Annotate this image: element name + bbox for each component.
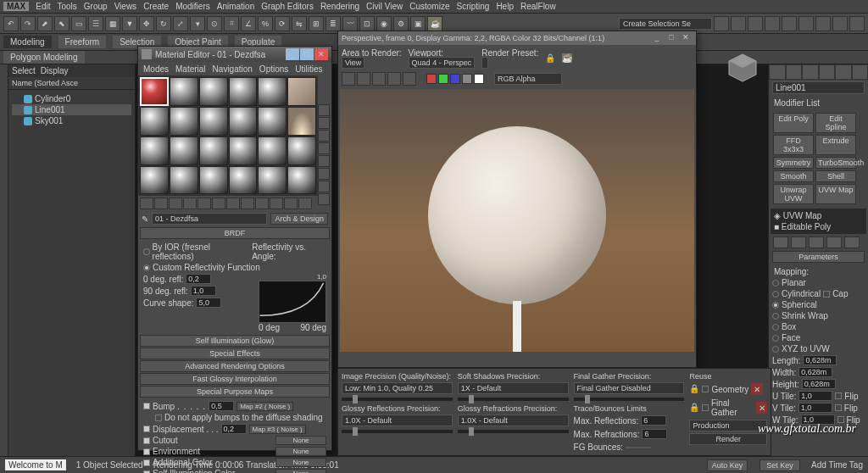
preset-dropdown[interactable] — [481, 57, 488, 69]
selfillum-rollout[interactable]: Self Illumination (Glow) — [140, 335, 330, 347]
tb-f[interactable] — [798, 16, 814, 31]
deg0-spinner[interactable]: 0,2 — [186, 274, 211, 284]
mod-shell[interactable]: Shell — [815, 170, 856, 182]
menu-help[interactable]: Help — [496, 2, 514, 11]
stack-unique[interactable] — [809, 236, 824, 248]
tb-d[interactable] — [765, 16, 780, 31]
object-name[interactable]: Line001 — [772, 81, 865, 94]
hierarchy-tab[interactable] — [802, 64, 819, 80]
print-button[interactable] — [387, 72, 401, 86]
select-by-mat-button[interactable] — [318, 193, 330, 205]
render-close[interactable]: ✕ — [679, 33, 693, 43]
mat-slot-7[interactable] — [140, 107, 169, 136]
matmenu-navigation[interactable]: Navigation — [213, 64, 253, 74]
stack-show[interactable] — [791, 236, 806, 248]
render-maximize[interactable]: □ — [665, 33, 678, 43]
lock-geometry-icon[interactable]: 🔒 — [689, 384, 699, 394]
tab-freeform[interactable]: Freeform — [58, 36, 107, 48]
imgprec-slider[interactable] — [342, 398, 453, 401]
mod-smooth[interactable]: Smooth — [773, 170, 814, 182]
red-channel-button[interactable] — [426, 74, 437, 84]
percent-snap-button[interactable]: % — [258, 16, 273, 31]
selfillum-map-button[interactable]: None — [275, 469, 326, 473]
angle-snap-button[interactable]: ∠ — [241, 16, 256, 31]
render-frame-button[interactable]: ▣ — [410, 16, 426, 31]
mod-turbosmooth[interactable]: TurboSmooth — [815, 157, 856, 169]
move-button[interactable]: ✥ — [139, 16, 154, 31]
length-spinner[interactable]: 0,628m — [803, 355, 837, 365]
bump-check[interactable] — [143, 403, 150, 409]
close-button[interactable]: ✕ — [314, 48, 328, 60]
menu-modifiers[interactable]: Modifiers — [175, 2, 210, 11]
tb-h[interactable] — [832, 16, 848, 31]
mat-slot-6[interactable] — [287, 77, 316, 106]
cutout-map-button[interactable]: None — [275, 436, 326, 445]
env-check[interactable] — [143, 448, 150, 455]
refcoord-button[interactable]: ▾ — [190, 16, 205, 31]
put-to-lib-button[interactable] — [226, 198, 240, 209]
fg-clear-button[interactable]: ✕ — [756, 402, 767, 414]
mat-slot-22[interactable] — [229, 166, 258, 195]
disp-check[interactable] — [143, 426, 150, 432]
select-button[interactable]: ▭ — [71, 16, 86, 31]
pivot-button[interactable]: ⊙ — [207, 16, 222, 31]
menu-customize[interactable]: Customize — [409, 2, 449, 11]
mod-uvwmap[interactable]: UVW Map — [815, 184, 856, 204]
softsh-dropdown[interactable]: 1X - Default — [458, 382, 569, 394]
bump-map-button[interactable]: Map #2 ( Noise ) — [236, 402, 293, 411]
imgprec-dropdown[interactable]: Low: Min 1.0, Quality 0.25 — [342, 382, 453, 394]
snap-button[interactable]: ⌗ — [224, 16, 239, 31]
clear-button[interactable] — [403, 72, 416, 86]
modify-tab[interactable] — [786, 64, 803, 80]
mat-slot-9[interactable] — [199, 107, 228, 136]
menu-views[interactable]: Views — [114, 2, 137, 11]
make-unique-button[interactable] — [212, 198, 225, 209]
schematic-button[interactable]: ⊡ — [359, 16, 375, 31]
cap-check[interactable] — [823, 291, 830, 298]
menu-rendering[interactable]: Rendering — [320, 2, 359, 11]
render-titlebar[interactable]: Perspective, frame 0, Display Gamma: 2,2… — [338, 31, 696, 45]
specialfx-rollout[interactable]: Special Effects — [140, 348, 330, 359]
put-to-scene-button[interactable] — [154, 198, 168, 209]
selection-set-dropdown[interactable]: Create Selection Se — [619, 18, 712, 30]
maxrefr-spinner[interactable]: 6 — [642, 429, 667, 439]
viewcube[interactable] — [726, 51, 760, 85]
glrefr-dropdown[interactable]: 1.0X - Default — [458, 415, 569, 426]
mat-slot-14[interactable] — [170, 136, 198, 165]
mat-slot-2[interactable] — [170, 77, 198, 106]
vtile-spinner[interactable]: 1,0 — [798, 403, 832, 413]
maxrefl-spinner[interactable]: 6 — [641, 415, 666, 426]
mat-id-button[interactable] — [241, 198, 254, 209]
mat-slot-4[interactable] — [229, 77, 258, 106]
radio-byior[interactable] — [143, 248, 150, 255]
brdf-rollout[interactable]: BRDF — [140, 227, 330, 239]
glrefr-slider[interactable] — [458, 430, 569, 433]
bump-spinner[interactable]: 0,5 — [209, 401, 234, 411]
copy-image-button[interactable] — [357, 72, 370, 86]
green-channel-button[interactable] — [438, 74, 448, 84]
undo-button[interactable]: ↶ — [3, 16, 19, 31]
menu-grapheditors[interactable]: Graph Editors — [261, 2, 314, 11]
geometry-check[interactable] — [702, 386, 709, 392]
mod-symmetry[interactable]: Symmetry — [773, 157, 814, 169]
utilities-tab[interactable] — [852, 64, 869, 80]
display-tab[interactable] — [835, 64, 852, 80]
width-spinner[interactable]: 0,628m — [798, 367, 832, 377]
curve-editor-button[interactable]: 〰 — [342, 16, 358, 31]
vflip-check[interactable] — [835, 404, 842, 411]
fg-check[interactable] — [702, 404, 708, 411]
glrefl-slider[interactable] — [342, 430, 453, 433]
create-tab[interactable] — [769, 64, 786, 80]
fgb-spinner[interactable] — [626, 447, 651, 448]
radio-face[interactable] — [772, 335, 779, 342]
clone-button[interactable] — [372, 72, 386, 86]
render-button[interactable]: ☕ — [427, 16, 442, 31]
mat-slot-5[interactable] — [258, 77, 287, 106]
minimize-button[interactable]: _ — [286, 48, 299, 60]
mat-slot-23[interactable] — [258, 166, 287, 195]
show-result-button[interactable] — [270, 198, 283, 209]
options-button[interactable] — [318, 181, 330, 192]
mat-slot-20[interactable] — [170, 166, 198, 195]
tab-modeling[interactable]: Modeling — [3, 36, 52, 48]
video-check-button[interactable] — [318, 155, 330, 167]
